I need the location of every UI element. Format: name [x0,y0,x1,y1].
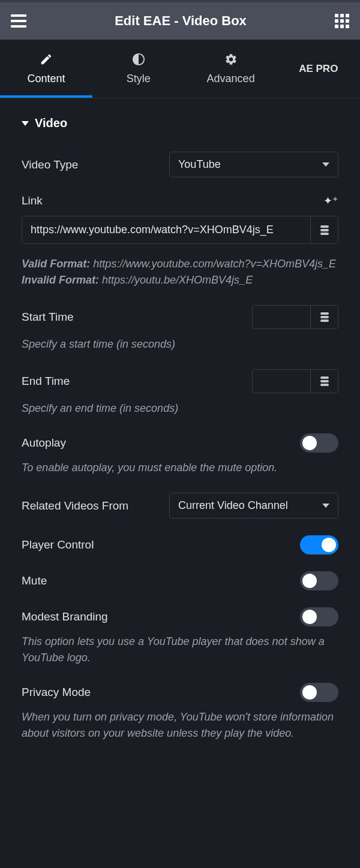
ai-sparkle-icon[interactable]: ✦⁺ [323,194,338,207]
end-time-input-group [252,369,338,393]
end-time-help: Specify an end time (in seconds) [22,400,338,417]
field-label: Privacy Mode [22,686,91,699]
section-toggle-video[interactable]: Video [22,116,338,130]
field-label: End Time [22,375,70,388]
end-time-input[interactable] [253,370,310,393]
field-label: Video Type [22,158,78,171]
dynamic-tags-button[interactable] [310,216,338,243]
field-label: Start Time [22,311,74,324]
field-label: Player Control [22,538,94,551]
tab-label: Advanced [207,73,255,85]
gear-icon [224,52,238,67]
field-start-time: Start Time [22,305,338,329]
mute-toggle[interactable] [300,571,338,590]
privacy-mode-help: When you turn on privacy mode, YouTube w… [22,709,338,742]
field-label: Related Videos From [22,499,128,513]
field-mute: Mute [22,571,338,590]
field-modest-branding: Modest Branding [22,607,338,626]
start-time-help: Specify a start time (in seconds) [22,336,338,352]
field-related-videos: Related Videos From Current Video Channe… [22,493,338,519]
database-icon [320,376,329,386]
field-label: Autoplay [22,436,66,450]
dynamic-tags-button[interactable] [310,370,338,393]
autoplay-help: To enable autoplay, you must enable the … [22,460,338,476]
field-privacy-mode: Privacy Mode [22,683,338,702]
select-value: Current Video Channel [178,499,288,512]
section-title: Video [35,116,67,130]
field-autoplay: Autoplay [22,433,338,453]
field-video-type: Video Type YouTube [22,152,338,177]
field-player-control: Player Control [22,535,338,554]
tab-style[interactable]: Style [92,40,185,98]
select-value: YouTube [178,158,221,171]
tab-label: Style [127,73,151,85]
field-end-time: End Time [22,369,338,393]
tab-content[interactable]: Content [0,40,92,98]
panel-body: Video Video Type YouTube Link ✦⁺ Valid F… [0,98,360,754]
tab-label: AE PRO [299,63,338,75]
apps-icon[interactable] [335,14,349,28]
pencil-icon [40,52,53,67]
tab-label: Content [27,73,65,85]
modest-branding-help: This option lets you use a YouTube playe… [22,634,338,666]
database-icon [320,312,329,322]
start-time-input-group [252,305,338,329]
player-control-toggle[interactable] [300,535,338,554]
tabs: Content Style Advanced AE PRO [0,40,360,98]
panel-title: Edit EAE - Video Box [115,13,247,29]
field-link-header: Link ✦⁺ [22,194,338,207]
modest-branding-toggle[interactable] [300,607,338,626]
link-input-group [22,216,338,244]
link-help: Valid Format: https://www.youtube.com/wa… [22,256,338,288]
field-label: Modest Branding [22,610,108,623]
link-input[interactable] [22,216,310,243]
start-time-input[interactable] [253,306,310,328]
contrast-icon [132,52,145,67]
dynamic-tags-button[interactable] [310,306,338,328]
related-videos-select[interactable]: Current Video Channel [169,493,338,519]
menu-icon[interactable] [11,14,26,28]
privacy-mode-toggle[interactable] [300,683,338,702]
autoplay-toggle[interactable] [300,433,338,453]
field-label: Mute [22,574,47,587]
tab-advanced[interactable]: Advanced [185,40,277,98]
video-type-select[interactable]: YouTube [169,152,338,177]
field-label: Link [22,194,43,207]
chevron-down-icon [22,121,29,126]
panel-header: Edit EAE - Video Box [0,0,360,40]
database-icon [320,225,329,235]
tab-ae-pro[interactable]: AE PRO [277,40,360,98]
